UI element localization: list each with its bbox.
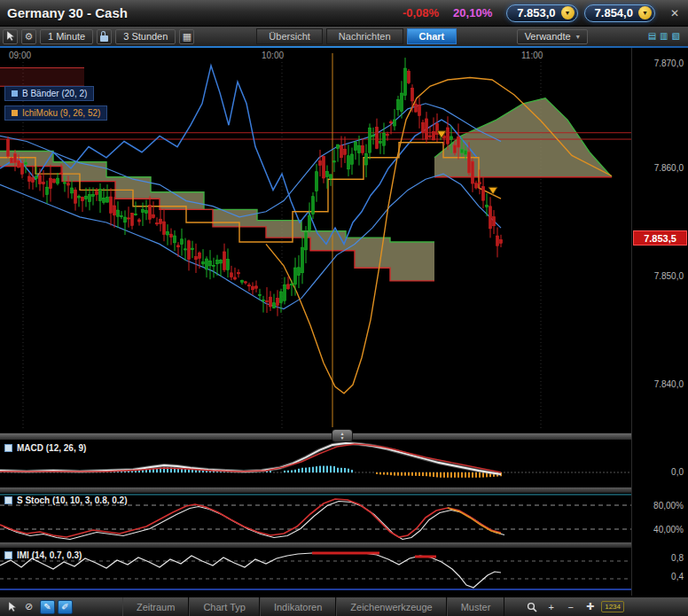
- stoch-swatch-icon: [4, 496, 12, 504]
- window-mini-icons: ▤ ▥ ▧: [648, 32, 680, 41]
- interval-value: 1 Minute: [48, 31, 85, 42]
- cursor-icon: [6, 31, 15, 42]
- macd-panel[interactable]: [0, 441, 631, 487]
- plus-icon: +: [548, 602, 553, 612]
- charttyp-button[interactable]: Chart Typ: [189, 597, 260, 616]
- macd-panel-label: MACD (12, 26, 9): [4, 443, 86, 453]
- gear-icon: ⚙: [25, 31, 34, 43]
- range-percent: 20,10%: [453, 6, 492, 19]
- price-label: 7.850,0: [654, 271, 684, 281]
- price-scale[interactable]: 7.870,0 7.860,0 7.850,0 7.840,0 7.853,5 …: [631, 48, 688, 596]
- stoch-panel-label: S Stoch (10, 10, 3, 0.8, 0.2): [4, 495, 128, 505]
- stoch-label-text: S Stoch (10, 10, 3, 0.8, 0.2): [17, 495, 128, 505]
- zoom-tool-button[interactable]: [523, 599, 540, 614]
- muster-button[interactable]: Muster: [447, 597, 505, 616]
- calendar-icon: ▦: [183, 31, 192, 43]
- window-titlebar: Germany 30 - Cash -0,08% 20,10% 7.853,0 …: [0, 0, 688, 27]
- macd-label-text: MACD (12, 26, 9): [17, 443, 86, 453]
- time-label-0900: 09:00: [9, 51, 31, 60]
- tab-uebersicht[interactable]: Übersicht: [256, 28, 322, 44]
- buy-button[interactable]: 7.854,0 ▼: [584, 4, 655, 22]
- stoch-scale-label: 80,00%: [653, 501, 684, 511]
- footer-menu-group: Zeitraum Chart Typ Indikatoren Zeichenwe…: [122, 597, 504, 616]
- sell-button[interactable]: 7.853,0 ▼: [506, 4, 577, 22]
- bbands-swatch-icon: [12, 90, 18, 97]
- tab-label: Nachrichten: [339, 31, 391, 42]
- panel-separator[interactable]: [0, 542, 688, 548]
- imi-label-text: IMI (14, 0.7, 0.3): [17, 550, 82, 560]
- chart-toolbar: ⚙ 1 Minute 3 Stunden ▦ Übersicht Nachric…: [0, 27, 688, 46]
- span-value: 3 Stunden: [123, 31, 168, 42]
- imi-panel-label: IMI (14, 0.7, 0.3): [4, 550, 82, 560]
- lock-button[interactable]: [97, 29, 112, 44]
- change-percent: -0,08%: [403, 6, 439, 19]
- bbands-label: B Bänder (20, 2): [22, 89, 87, 98]
- time-label-1000: 10:00: [262, 51, 284, 60]
- no-entry-icon: ⊘: [25, 601, 33, 612]
- instrument-title: Germany 30 - Cash: [7, 5, 128, 20]
- tab-label: Chart: [419, 31, 445, 42]
- tab-nachrichten[interactable]: Nachrichten: [326, 28, 403, 44]
- panel-separator[interactable]: [0, 487, 688, 493]
- ichimoku-label: IchiMoku (9, 26, 52): [22, 108, 100, 118]
- pencil-icon: ✎: [43, 602, 51, 612]
- trading-app-window: Germany 30 - Cash -0,08% 20,10% 7.853,0 …: [0, 0, 688, 616]
- macd-scale-label: 0,0: [671, 467, 684, 477]
- settings-button[interactable]: ⚙: [21, 29, 36, 44]
- minus-icon: −: [567, 602, 573, 612]
- zeitraum-button[interactable]: Zeitraum: [122, 597, 189, 616]
- sell-arrow-icon: ▼: [561, 6, 575, 19]
- toolbar-right-group: Verwandte ▾ ▤ ▥ ▧: [517, 29, 680, 44]
- bottom-toolbar: ⊘ ✎ ✐ Zeitraum Chart Typ Indikatoren Zei…: [0, 597, 688, 616]
- imi-scale-label: 0,4: [671, 572, 684, 581]
- zeichenwerkzeuge-button[interactable]: Zeichenwerkzeuge: [336, 597, 446, 616]
- buy-price: 7.854,0: [595, 6, 633, 19]
- price-label: 7.870,0: [654, 58, 684, 68]
- disable-drawing-button[interactable]: ⊘: [20, 599, 37, 614]
- zoom-out-button[interactable]: −: [562, 599, 579, 614]
- show-values-toggle[interactable]: 1234: [601, 601, 624, 612]
- pan-button[interactable]: ✚: [582, 599, 598, 614]
- layout-split-icon[interactable]: ▥: [660, 32, 668, 41]
- current-price-tag: 7.853,5: [633, 230, 687, 246]
- span-dropdown[interactable]: 3 Stunden: [115, 29, 176, 44]
- related-dropdown[interactable]: Verwandte ▾: [517, 29, 588, 44]
- stoch-scale-label: 40,00%: [653, 525, 684, 534]
- arrow-down-icon: ▼: [340, 436, 345, 441]
- indikatoren-button[interactable]: Indikatoren: [260, 597, 336, 616]
- draw-pencil-button[interactable]: ✎: [40, 600, 55, 614]
- related-label: Verwandte: [525, 31, 571, 42]
- time-label-1100: 11:00: [521, 51, 543, 60]
- buy-arrow-icon: ▼: [638, 6, 652, 19]
- imi-scale-label: 0,8: [671, 553, 684, 563]
- zoom-in-button[interactable]: +: [543, 599, 559, 614]
- cursor-tool-button[interactable]: [3, 29, 18, 44]
- ichimoku-swatch-icon: [12, 110, 18, 116]
- imi-swatch-icon: [4, 551, 12, 559]
- layout-rows-icon[interactable]: ▤: [648, 32, 656, 41]
- chevron-down-icon: ▾: [576, 33, 580, 41]
- move-cross-icon: ✚: [586, 601, 594, 612]
- price-label: 7.860,0: [654, 163, 684, 173]
- pen-icon: ✐: [61, 602, 68, 612]
- splitter-collapse-button[interactable]: ▲ ▼: [332, 429, 353, 442]
- tab-label: Übersicht: [269, 31, 309, 42]
- draw-pen-button[interactable]: ✐: [58, 600, 73, 614]
- imi-panel[interactable]: [0, 548, 631, 594]
- legend-bbands[interactable]: B Bänder (20, 2): [4, 86, 94, 101]
- tab-chart[interactable]: Chart: [407, 28, 457, 44]
- close-icon[interactable]: ✕: [670, 7, 679, 19]
- cursor-icon: [8, 602, 17, 612]
- calendar-button[interactable]: ▦: [179, 29, 194, 44]
- price-label: 7.840,0: [654, 379, 684, 389]
- legend-ichimoku[interactable]: IchiMoku (9, 26, 52): [4, 105, 107, 121]
- pointer-tool-button[interactable]: [4, 599, 20, 614]
- magnifier-icon: [527, 602, 537, 612]
- layout-grid-icon[interactable]: ▧: [672, 32, 680, 41]
- interval-dropdown[interactable]: 1 Minute: [40, 29, 93, 44]
- macd-swatch-icon: [4, 444, 12, 452]
- sell-price: 7.853,0: [517, 6, 555, 19]
- zoom-controls: + − ✚ 1234: [523, 599, 624, 614]
- lock-icon: [100, 35, 108, 42]
